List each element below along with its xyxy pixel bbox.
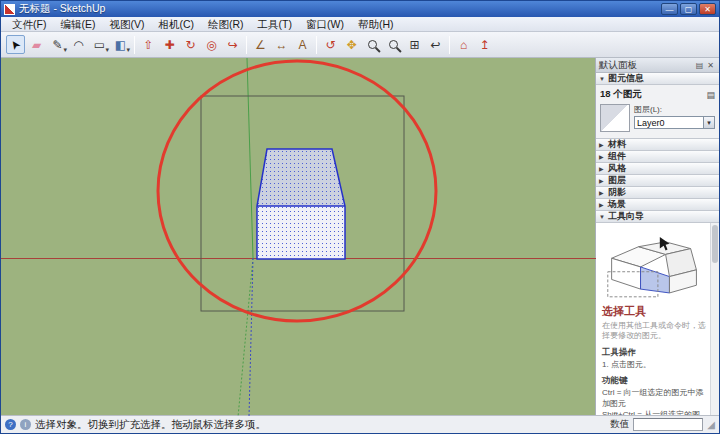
- push-pull-tool-button[interactable]: ⇧: [139, 35, 158, 54]
- orbit-icon: ↺: [325, 39, 335, 51]
- section-entity-info[interactable]: 图元信息: [596, 73, 719, 85]
- select-cursor-icon: ➤: [8, 37, 24, 52]
- layer-label: 图层(L):: [634, 104, 715, 115]
- previous-view-icon: ↩: [430, 39, 440, 51]
- paint-bucket-tool-button[interactable]: ◧▾: [111, 35, 130, 54]
- toolbar-separator: [134, 36, 135, 54]
- collapse-arrow-icon: [599, 214, 608, 220]
- move-cross-icon: ✚: [164, 39, 174, 51]
- menu-item-camera[interactable]: 相机(C): [151, 17, 201, 32]
- section-label: 图元信息: [608, 72, 644, 85]
- default-tray-panel: 默认面板 ▤ ✕ 图元信息 18 个图元 ▤ 图层(L):: [595, 58, 719, 415]
- menu-item-draw[interactable]: 绘图(R): [201, 17, 251, 32]
- arc-tool-button[interactable]: ◠: [69, 35, 88, 54]
- line-tool-button[interactable]: ✎▾: [48, 35, 67, 54]
- dimension-icon: ↔: [276, 39, 288, 51]
- green-axis-dotted: [238, 258, 253, 417]
- box-front-face: [257, 206, 345, 259]
- toolbar-separator: [449, 36, 450, 54]
- offset-tool-button[interactable]: ◎: [202, 35, 221, 54]
- offset-icon: ◎: [206, 39, 216, 51]
- arc-icon: ◠: [73, 39, 83, 51]
- sketchup-logo-icon: [4, 4, 15, 15]
- menu-item-file[interactable]: 文件(F): [5, 17, 53, 32]
- dimension-tool-button[interactable]: ↔: [272, 35, 291, 54]
- magnifier-window-icon: [389, 40, 398, 49]
- viewport-3d[interactable]: [1, 58, 595, 415]
- measurements-label: 数值: [610, 418, 629, 431]
- menu-bar: 文件(F) 编辑(E) 视图(V) 相机(C) 绘图(R) 工具(T) 窗口(W…: [1, 17, 719, 32]
- menu-item-tools[interactable]: 工具(T): [251, 17, 299, 32]
- follow-me-icon: ↪: [227, 39, 237, 51]
- menu-item-help[interactable]: 帮助(H): [351, 17, 401, 32]
- follow-me-tool-button[interactable]: ↪: [223, 35, 242, 54]
- credits-info-icon[interactable]: i: [20, 419, 31, 430]
- status-message: 选择对象。切换到扩充选择。拖动鼠标选择多项。: [35, 418, 606, 432]
- menu-item-window[interactable]: 窗口(W): [299, 17, 351, 32]
- entity-count: 18 个图元: [600, 88, 642, 101]
- measurements-input[interactable]: [633, 418, 703, 431]
- tray-menu-icon[interactable]: ▤: [694, 61, 706, 70]
- toolbar-separator: [246, 36, 247, 54]
- text-tool-button[interactable]: A: [293, 35, 312, 54]
- scrollbar-thumb[interactable]: [712, 225, 718, 263]
- zoom-tool-button[interactable]: [363, 35, 382, 54]
- collapse-arrow-icon: [599, 153, 608, 160]
- collapse-arrow-icon: [599, 165, 608, 172]
- pan-tool-button[interactable]: ✥: [342, 35, 361, 54]
- instructor-intro: 在使用其他工具或命令时，选择要修改的图元。: [602, 321, 707, 342]
- box-top-face: [257, 149, 345, 206]
- layer-dropdown[interactable]: Layer0 ▾: [634, 116, 715, 129]
- title-bar: 无标题 - SketchUp — ▢ ✕: [1, 1, 719, 17]
- shapes-tool-button[interactable]: ▭▾: [90, 35, 109, 54]
- menu-item-view[interactable]: 视图(V): [102, 17, 151, 32]
- minimize-button[interactable]: —: [661, 3, 678, 15]
- window-title: 无标题 - SketchUp: [19, 2, 661, 16]
- collapse-arrow-icon: [599, 189, 608, 196]
- chevron-down-icon[interactable]: ▾: [63, 46, 67, 54]
- toolbar-separator: [316, 36, 317, 54]
- eraser-icon: ▰: [32, 39, 41, 51]
- paint-bucket-icon: ◧: [115, 39, 126, 51]
- chevron-down-icon[interactable]: ▾: [703, 117, 714, 128]
- tool-bar: ➤ ▰ ✎▾ ◠ ▭▾ ◧▾ ⇧ ✚ ↻ ◎ ↪ ∠ ↔ A ↺ ✥ ⊞ ↩ ⌂…: [1, 32, 719, 58]
- tray-close-icon[interactable]: ✕: [705, 61, 716, 70]
- collapse-arrow-icon: [599, 177, 608, 184]
- chevron-down-icon[interactable]: ▾: [105, 46, 109, 54]
- geolocation-help-icon[interactable]: ?: [5, 419, 16, 430]
- instructor-ops-header: 工具操作: [602, 347, 707, 359]
- section-instructor[interactable]: 工具向导: [596, 211, 719, 223]
- close-button[interactable]: ✕: [699, 3, 716, 15]
- move-tool-button[interactable]: ✚: [160, 35, 179, 54]
- zoom-extents-tool-button[interactable]: ⊞: [405, 35, 424, 54]
- tray-title: 默认面板: [599, 59, 694, 72]
- pan-hand-icon: ✥: [346, 39, 356, 51]
- instructor-house-image: [602, 229, 708, 301]
- orbit-tool-button[interactable]: ↺: [321, 35, 340, 54]
- instructor-scrollbar[interactable]: [710, 223, 719, 415]
- maximize-button[interactable]: ▢: [680, 3, 697, 15]
- instructor-key-line: Ctrl = 向一组选定的图元中添加图元: [602, 388, 707, 409]
- instructor-keys-header: 功能键: [602, 375, 707, 387]
- get-models-icon: ⌂: [460, 39, 467, 51]
- pencil-icon: ✎: [52, 39, 62, 51]
- chevron-down-icon[interactable]: ▾: [126, 46, 130, 54]
- rotate-tool-button[interactable]: ↻: [181, 35, 200, 54]
- layer-value: Layer0: [637, 118, 703, 128]
- status-bar: ? i 选择对象。切换到扩充选择。拖动鼠标选择多项。 数值 ◢: [1, 415, 719, 433]
- entity-details-icon[interactable]: ▤: [706, 90, 715, 100]
- tape-measure-tool-button[interactable]: ∠: [251, 35, 270, 54]
- instructor-key-line: Shift+Ctrl = 从一组选定的图元中去掉图元: [602, 410, 707, 415]
- eraser-tool-button[interactable]: ▰: [27, 35, 46, 54]
- resize-grip-icon[interactable]: ◢: [707, 420, 715, 430]
- select-tool-button[interactable]: ➤: [6, 35, 25, 54]
- green-axis: [247, 58, 253, 258]
- zoom-extents-icon: ⊞: [409, 39, 419, 51]
- rotate-icon: ↻: [185, 39, 195, 51]
- get-models-tool-button[interactable]: ⌂: [454, 35, 473, 54]
- menu-item-edit[interactable]: 编辑(E): [53, 17, 102, 32]
- share-model-tool-button[interactable]: ↥: [475, 35, 494, 54]
- material-thumbnail[interactable]: [600, 104, 630, 132]
- zoom-window-tool-button[interactable]: [384, 35, 403, 54]
- previous-view-tool-button[interactable]: ↩: [426, 35, 445, 54]
